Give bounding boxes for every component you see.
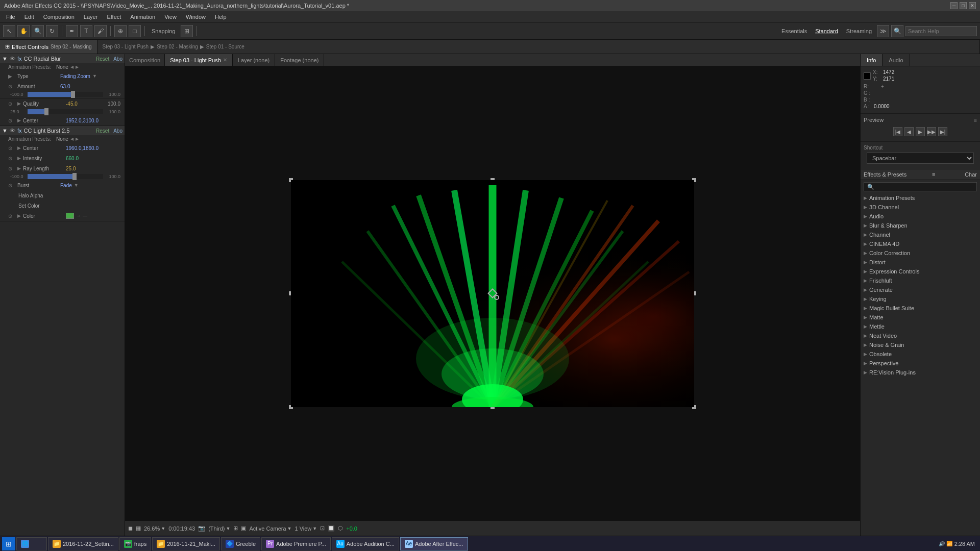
- effects-cat-channel[interactable]: ▶ Channel: [861, 230, 980, 239]
- comp-view-type[interactable]: ▦: [136, 525, 141, 532]
- type-value[interactable]: Fading Zoom: [60, 73, 90, 79]
- center-icon[interactable]: ⊙: [8, 118, 15, 123]
- taskbar-premiere[interactable]: Pr Adobe Premiere P...: [261, 537, 331, 550]
- amount-value[interactable]: 63.0: [60, 84, 70, 89]
- anim-presets-right-1[interactable]: ▶: [76, 65, 79, 69]
- taskbar-explorer[interactable]: 📁 2016-11-22_Settin...: [48, 537, 118, 550]
- taskbar-greeble[interactable]: 🔷 Greeble: [221, 537, 260, 550]
- menu-file[interactable]: File: [2, 13, 19, 21]
- light-burst-abo[interactable]: Abo: [113, 128, 122, 134]
- effect-cc-light-burst-title[interactable]: ▼ 👁 fx CC Light Burst 2.5 Reset Abo: [0, 126, 125, 135]
- char-tab[interactable]: Char: [965, 171, 977, 178]
- maximize-button[interactable]: □: [960, 2, 967, 9]
- toolbar-brush-tool[interactable]: 🖌: [94, 25, 107, 37]
- effects-cat-matte[interactable]: ▶ Matte: [861, 313, 980, 322]
- taskbar-explorer2[interactable]: 📁 2016-11-21_Maki...: [152, 537, 220, 550]
- anim-presets-right-2[interactable]: ▶: [76, 137, 79, 141]
- intensity-value[interactable]: 660.0: [66, 156, 79, 161]
- comp-time-display[interactable]: 0:00:19:43: [168, 525, 195, 532]
- color-arrow[interactable]: →: [76, 213, 81, 218]
- ray-value[interactable]: 25.0: [66, 166, 76, 171]
- effects-cat-mettle[interactable]: ▶ Mettle: [861, 322, 980, 331]
- taskbar-chrome[interactable]: 🌐: [16, 537, 47, 550]
- comp-3d-btn[interactable]: ⬡: [338, 525, 343, 532]
- toolbar-zoom-tool[interactable]: 🔍: [32, 25, 44, 37]
- toolbar-rotate-tool[interactable]: ↻: [46, 25, 58, 37]
- comp-tab-step03-close[interactable]: ✕: [223, 57, 227, 63]
- anim-presets-value-2[interactable]: None: [56, 136, 68, 142]
- comp-zoom[interactable]: 26.6% ▼: [144, 525, 165, 532]
- effects-cat-noise-grain[interactable]: ▶ Noise & Grain: [861, 340, 980, 349]
- ray-slider[interactable]: [28, 174, 103, 179]
- comp-extra-btns-2[interactable]: 🔲: [328, 525, 335, 532]
- menu-help[interactable]: Help: [211, 13, 231, 21]
- comp-camera-select[interactable]: Active Camera ▼: [249, 525, 291, 532]
- effects-cat-colorcorrect[interactable]: ▶ Color Correction: [861, 248, 980, 258]
- workspace-streaming[interactable]: Streaming: [843, 28, 875, 34]
- composition-viewer[interactable]: [125, 66, 860, 520]
- comp-view-count-arrow[interactable]: ▼: [312, 526, 317, 531]
- comp-pixel-aspect[interactable]: ▣: [241, 525, 246, 532]
- right-tab-audio[interactable]: Audio: [883, 54, 910, 66]
- quality-stopwatch[interactable]: ⊙: [8, 101, 15, 107]
- effects-cat-blur[interactable]: ▶ Blur & Sharpen: [861, 221, 980, 230]
- viewer-footage-tab[interactable]: Footage (none): [275, 54, 324, 66]
- effects-cat-neat-video[interactable]: ▶ Neat Video: [861, 331, 980, 340]
- burst-value[interactable]: Fade: [60, 183, 72, 188]
- preview-play-btn[interactable]: ▶: [916, 127, 925, 136]
- workspace-standard[interactable]: Standard: [812, 28, 841, 34]
- taskbar-audition[interactable]: Au Adobe Audition C...: [332, 537, 399, 550]
- snapping-toggle[interactable]: ⊞: [181, 25, 193, 37]
- effects-search-input[interactable]: [864, 182, 977, 191]
- anim-presets-value-1[interactable]: None: [56, 64, 68, 70]
- effects-cat-frischluft[interactable]: ▶ Frischluft: [861, 276, 980, 285]
- comp-preview-btn[interactable]: ◼: [128, 525, 133, 532]
- menu-composition[interactable]: Composition: [39, 13, 79, 21]
- menu-view[interactable]: View: [160, 13, 181, 21]
- anim-presets-arrow-2[interactable]: ◀: [70, 137, 74, 141]
- comp-tab-step03[interactable]: Step 03 - Light Push ✕: [165, 54, 233, 66]
- comp-move-handle[interactable]: [494, 295, 499, 300]
- toolbar-anchor-tool[interactable]: ⊕: [114, 25, 127, 37]
- comp-view-arrow[interactable]: ▼: [226, 526, 231, 531]
- right-tab-info[interactable]: Info: [861, 54, 883, 66]
- burst-icon[interactable]: ⊙: [8, 183, 15, 188]
- quality-expand[interactable]: ▶: [17, 101, 21, 106]
- center-2-value[interactable]: 1960.0,1860.0: [66, 145, 99, 151]
- color-swatch[interactable]: [66, 213, 74, 219]
- preview-first-btn[interactable]: |◀: [893, 127, 902, 136]
- quality-slider[interactable]: [28, 109, 103, 114]
- center-expand[interactable]: ▶: [17, 118, 21, 123]
- center-value-1[interactable]: 1952.0,3100.0: [66, 118, 99, 123]
- intensity-expand[interactable]: ▶: [17, 156, 21, 161]
- color-expand[interactable]: ▶: [17, 213, 21, 218]
- color-stopwatch[interactable]: ⊙: [8, 213, 15, 219]
- effects-cat-perspective[interactable]: ▶ Perspective: [861, 359, 980, 368]
- toolbar-text-tool[interactable]: T: [80, 25, 92, 37]
- viewer-layer-tab[interactable]: Layer (none): [233, 54, 275, 66]
- comp-exposure[interactable]: +0.0: [346, 525, 357, 532]
- toolbar-hand-tool[interactable]: ✋: [17, 25, 30, 37]
- shortcut-select[interactable]: Spacebar: [867, 153, 974, 164]
- effect-eye[interactable]: 👁: [10, 56, 15, 62]
- center-2-stopwatch[interactable]: ⊙: [8, 145, 15, 151]
- anim-presets-arrow-1[interactable]: ◀: [70, 65, 74, 69]
- comp-extra-btns[interactable]: ⊡: [320, 525, 325, 532]
- effects-cat-3d[interactable]: ▶ 3D Channel: [861, 203, 980, 212]
- menu-edit[interactable]: Edit: [20, 13, 38, 21]
- toolbar-shape-tool[interactable]: □: [129, 25, 141, 37]
- amount-slider[interactable]: [28, 92, 103, 97]
- comp-camera-icon[interactable]: 📷: [198, 525, 205, 532]
- effects-cat-magic-bullet[interactable]: ▶ Magic Bullet Suite: [861, 304, 980, 313]
- comp-zoom-arrow[interactable]: ▼: [161, 526, 165, 531]
- comp-camera-arrow[interactable]: ▼: [287, 526, 292, 531]
- menu-effect[interactable]: Effect: [103, 13, 125, 21]
- light-burst-reset[interactable]: Reset: [96, 128, 109, 134]
- taskbar-fraps[interactable]: 📷 fraps: [119, 537, 151, 550]
- effects-cat-generate[interactable]: ▶ Generate: [861, 285, 980, 294]
- close-button[interactable]: ✕: [969, 2, 976, 9]
- search-input[interactable]: [905, 26, 977, 36]
- preview-last-btn[interactable]: ▶|: [938, 127, 947, 136]
- search-btn[interactable]: 🔍: [891, 25, 903, 37]
- toolbar-select-tool[interactable]: ↖: [3, 25, 15, 37]
